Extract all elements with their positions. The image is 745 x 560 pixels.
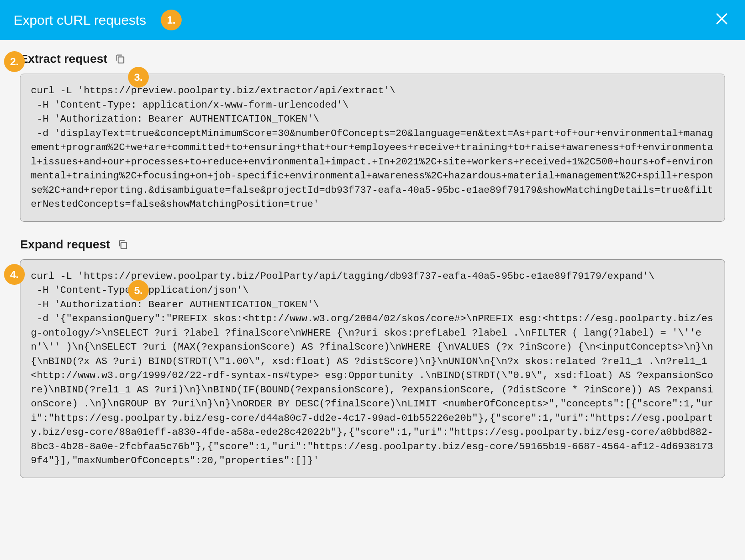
annotation-badge-3: 3. (128, 67, 149, 88)
extract-request-code[interactable]: curl -L 'https://preview.poolparty.biz/e… (20, 74, 725, 222)
extract-request-title: Extract request (20, 52, 107, 66)
expand-request-code[interactable]: curl -L 'https://preview.poolparty.biz/P… (20, 259, 725, 478)
annotation-badge-4: 4. (4, 264, 25, 285)
annotation-badge-5: 5. (128, 280, 149, 301)
expand-request-title: Expand request (20, 238, 110, 251)
annotation-badge-2: 2. (4, 51, 25, 72)
svg-rect-3 (121, 242, 126, 248)
dialog-content: Extract request curl -L 'https://preview… (0, 40, 745, 506)
dialog-header: Export cURL requests (0, 0, 745, 40)
section-header: Expand request (20, 238, 725, 251)
export-curl-dialog: Export cURL requests 1. 2. 3. 4. 5. Extr… (0, 0, 745, 560)
copy-icon[interactable] (117, 239, 128, 250)
dialog-title: Export cURL requests (14, 12, 146, 28)
extract-request-section: Extract request curl -L 'https://preview… (20, 52, 725, 222)
expand-request-section: Expand request curl -L 'https://preview.… (20, 238, 725, 478)
annotation-badge-1: 1. (161, 10, 182, 30)
section-header: Extract request (20, 52, 725, 66)
svg-rect-2 (118, 57, 124, 63)
close-icon[interactable] (715, 11, 729, 29)
copy-icon[interactable] (114, 53, 126, 64)
